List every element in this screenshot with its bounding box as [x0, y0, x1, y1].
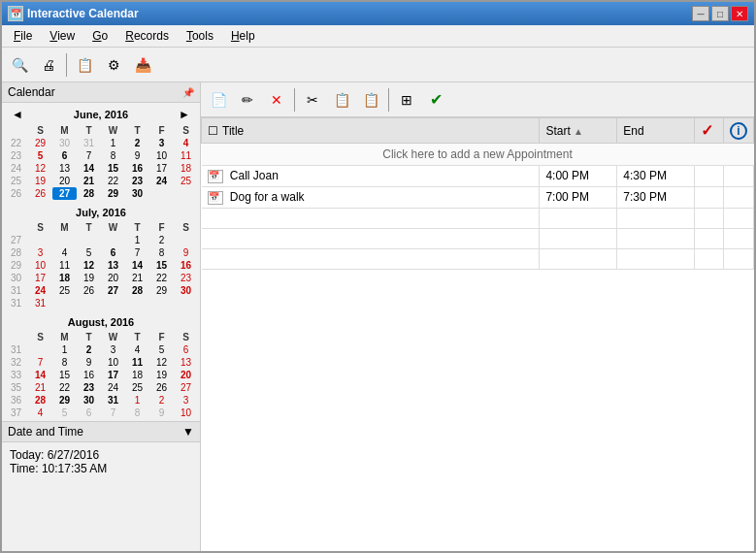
cal-day[interactable]: 19: [149, 369, 174, 381]
cal-day[interactable]: 14: [125, 259, 149, 272]
cal-day[interactable]: 28: [125, 284, 149, 297]
cal-day[interactable]: 16: [77, 369, 101, 381]
cal-day[interactable]: 29: [52, 394, 77, 407]
cal-day[interactable]: 19: [77, 272, 101, 284]
cal-day[interactable]: 10: [174, 407, 198, 419]
grid-view-button[interactable]: ⊞: [393, 87, 420, 113]
cal-day[interactable]: 3: [101, 343, 125, 356]
info-col-icon[interactable]: i: [730, 122, 747, 140]
cal-day[interactable]: 31: [101, 394, 125, 407]
col-header-title[interactable]: ☐ Title: [202, 118, 540, 144]
delete-appt-button[interactable]: ✕: [263, 87, 290, 113]
cal-day[interactable]: 7: [77, 149, 101, 162]
cal-day[interactable]: 12: [77, 259, 101, 272]
cal-day[interactable]: 31: [28, 297, 52, 309]
cal-day[interactable]: 26: [77, 284, 101, 297]
cal-day[interactable]: 27: [174, 381, 198, 394]
cal-day[interactable]: 25: [174, 175, 198, 187]
cal-day[interactable]: 13: [52, 162, 77, 175]
cal-day[interactable]: 17: [28, 272, 52, 284]
cal-day[interactable]: 7: [28, 356, 52, 369]
cal-day[interactable]: 3: [149, 137, 174, 149]
cal-day[interactable]: 21: [28, 381, 52, 394]
minimize-button[interactable]: ─: [692, 6, 709, 21]
next-month-button[interactable]: ►: [175, 108, 194, 121]
paste-button[interactable]: 📋: [357, 87, 384, 113]
cal-day[interactable]: 10: [149, 149, 174, 162]
cal-day[interactable]: 18: [125, 369, 149, 381]
cut-button[interactable]: ✂: [299, 87, 326, 113]
cal-day[interactable]: 7: [125, 246, 149, 259]
cal-day[interactable]: 9: [149, 407, 174, 419]
cal-day[interactable]: 30: [52, 137, 77, 149]
cal-day[interactable]: 30: [125, 187, 149, 200]
col-header-info[interactable]: i: [723, 118, 753, 144]
cal-day[interactable]: 23: [77, 381, 101, 394]
cal-day[interactable]: 6: [77, 407, 101, 419]
cal-day[interactable]: 18: [174, 162, 198, 175]
cal-day[interactable]: 25: [125, 381, 149, 394]
appt-row-2[interactable]: 📅 Dog for a walk 7:00 PM 7:30 PM: [202, 186, 754, 208]
new-appt-button[interactable]: 📄: [205, 87, 232, 113]
cal-day[interactable]: 20: [174, 369, 198, 381]
calendar-pin-icon[interactable]: 📌: [182, 87, 194, 98]
cal-day[interactable]: 20: [52, 175, 77, 187]
col-header-check[interactable]: ✓: [694, 118, 723, 144]
cal-day[interactable]: 9: [77, 356, 101, 369]
cal-day[interactable]: 5: [28, 149, 52, 162]
cal-day[interactable]: 3: [174, 394, 198, 407]
cal-day[interactable]: 20: [101, 272, 125, 284]
cal-day[interactable]: 4: [28, 407, 52, 419]
cal-day[interactable]: 6: [52, 149, 77, 162]
appt-row-1[interactable]: 📅 Call Joan 4:00 PM 4:30 PM: [202, 166, 754, 187]
cal-day[interactable]: 24: [28, 284, 52, 297]
cal-day[interactable]: 22: [101, 175, 125, 187]
cal-day[interactable]: 11: [174, 149, 198, 162]
menu-view[interactable]: View: [42, 27, 82, 45]
cal-day[interactable]: 15: [101, 162, 125, 175]
cal-day[interactable]: 1: [125, 394, 149, 407]
prev-month-button[interactable]: ◄: [8, 108, 27, 121]
cal-day[interactable]: 29: [101, 187, 125, 200]
new-record-button[interactable]: 📋: [71, 52, 98, 78]
cal-day[interactable]: 22: [149, 272, 174, 284]
cal-day[interactable]: 8: [52, 356, 77, 369]
cal-day[interactable]: 23: [174, 272, 198, 284]
menu-go[interactable]: Go: [84, 27, 115, 45]
cal-day[interactable]: 26: [28, 187, 52, 200]
cal-day[interactable]: 18: [52, 272, 77, 284]
cal-day[interactable]: 8: [125, 407, 149, 419]
cal-day[interactable]: 5: [77, 246, 101, 259]
cal-day[interactable]: 28: [28, 394, 52, 407]
cal-day[interactable]: 14: [77, 162, 101, 175]
cal-day[interactable]: 1: [101, 137, 125, 149]
cal-day[interactable]: 26: [149, 381, 174, 394]
print-button[interactable]: 🖨: [35, 52, 62, 78]
cal-day[interactable]: 4: [174, 137, 198, 149]
cal-day[interactable]: 13: [174, 356, 198, 369]
cal-day[interactable]: 8: [101, 149, 125, 162]
copy-button[interactable]: 📋: [328, 87, 355, 113]
cal-day[interactable]: 21: [77, 175, 101, 187]
cal-day[interactable]: 2: [149, 394, 174, 407]
edit-appt-button[interactable]: ✏: [234, 87, 261, 113]
cal-day[interactable]: 1: [125, 234, 149, 246]
cal-day[interactable]: 28: [77, 187, 101, 200]
cal-day[interactable]: 17: [101, 369, 125, 381]
cal-day[interactable]: 30: [77, 394, 101, 407]
add-appointment-row[interactable]: Click here to add a new Appointment: [202, 144, 754, 166]
cal-day[interactable]: 3: [28, 246, 52, 259]
cal-day[interactable]: 8: [149, 246, 174, 259]
cal-day[interactable]: 2: [125, 137, 149, 149]
cal-day[interactable]: 4: [52, 246, 77, 259]
cal-day[interactable]: 4: [125, 343, 149, 356]
maximize-button[interactable]: □: [711, 6, 729, 21]
cal-day[interactable]: 9: [174, 246, 198, 259]
accept-button[interactable]: ✔: [422, 87, 449, 113]
search-button[interactable]: 🔍: [6, 52, 33, 78]
close-button[interactable]: ✕: [731, 6, 748, 21]
cal-day[interactable]: 23: [125, 175, 149, 187]
cal-day-today[interactable]: 27: [52, 187, 77, 200]
col-header-start[interactable]: Start ▲: [540, 118, 617, 144]
cal-day[interactable]: 11: [52, 259, 77, 272]
